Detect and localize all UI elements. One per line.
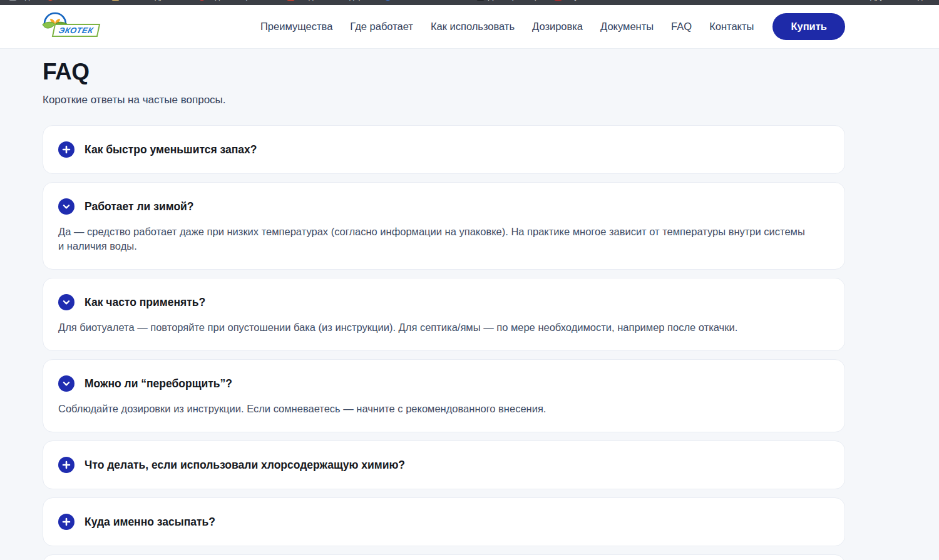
site-header: ЭКОТЕК Преимущества Где работает Как исп… bbox=[0, 5, 939, 49]
chevron-down-icon[interactable] bbox=[58, 294, 74, 310]
page-subtitle: Короткие ответы на частые вопросы. bbox=[43, 94, 845, 106]
faq-section: FAQ Короткие ответы на частые вопросы. К… bbox=[43, 49, 845, 560]
faq-card: Точно ли “безопасно” для людей и животны… bbox=[43, 554, 845, 560]
yandex-calendar-icon bbox=[287, 0, 295, 1]
faq-question-row[interactable]: Можно ли “переборщить”? bbox=[43, 360, 844, 402]
faq-list: Как быстро уменьшится запах? Работает ли… bbox=[43, 125, 845, 560]
chevron-down-icon[interactable] bbox=[58, 375, 74, 392]
nav-item-documents[interactable]: Документы bbox=[600, 21, 654, 33]
bookmark-item[interactable]: Кампании bbox=[46, 0, 94, 1]
bookmark-label: Хостинг TimeWeb bbox=[396, 0, 459, 1]
faq-card: Можно ли “переборщить”? Соблюдайте дозир… bbox=[43, 359, 845, 432]
faq-answer: Для биотуалета — повторяйте при опустоше… bbox=[43, 320, 823, 350]
faq-question: Куда именно засыпать? bbox=[85, 516, 215, 529]
nav-item-contacts[interactable]: Контакты bbox=[709, 21, 754, 33]
faq-answer: Соблюдайте дозировки из инструкции. Если… bbox=[43, 402, 823, 432]
faq-question-row[interactable]: Как быстро уменьшится запах? bbox=[43, 126, 844, 173]
bookmark-item[interactable]: Toyota RAV4 Пнев… bbox=[554, 0, 639, 1]
page-title: FAQ bbox=[43, 59, 845, 85]
timeweb-favicon bbox=[384, 0, 392, 1]
plus-icon[interactable] bbox=[58, 457, 74, 473]
chevron-down-icon[interactable] bbox=[58, 198, 74, 215]
faq-answer: Да — средство работает даже при низких т… bbox=[43, 225, 823, 269]
faq-card: Куда именно засыпать? bbox=[43, 497, 845, 546]
bookmark-item[interactable]: РФ - Внедрение bbox=[111, 0, 182, 1]
bookmark-label: РФ - Внедрение bbox=[123, 0, 182, 1]
faq-question-row[interactable]: Куда именно засыпать? bbox=[43, 498, 844, 546]
nav-item-how-to-use[interactable]: Как использовать bbox=[431, 21, 515, 33]
toyota-favicon bbox=[554, 0, 562, 1]
nav-item-faq[interactable]: FAQ bbox=[671, 21, 692, 33]
yandex-direct-icon bbox=[46, 0, 54, 1]
bookmark-item[interactable]: ид bbox=[9, 0, 29, 1]
faq-question: Что делать, если использовали хлорсодерж… bbox=[85, 459, 405, 472]
faq-question: Работает ли зимой? bbox=[85, 200, 194, 213]
nav-item-where-works[interactable]: Где работает bbox=[350, 21, 413, 33]
other-bookmarks-label: Другие закладки bbox=[870, 0, 930, 1]
faq-card: Работает ли зимой? Да — средство работае… bbox=[43, 182, 845, 270]
bookmark-item[interactable]: Яндекс Календарь bbox=[287, 0, 367, 1]
bookmark-label: Кампании bbox=[58, 0, 94, 1]
dark-favicon bbox=[476, 0, 485, 1]
header-nav: Преимущества Где работает Как использова… bbox=[260, 13, 845, 40]
page-icon bbox=[9, 0, 17, 1]
faq-question-row[interactable]: Точно ли “безопасно” для людей и животны… bbox=[43, 555, 844, 560]
logo-text: ЭКОТЕК bbox=[58, 26, 94, 35]
admin-favicon bbox=[198, 0, 206, 1]
faq-question: Можно ли “переборщить”? bbox=[85, 377, 232, 390]
nav-item-advantages[interactable]: Преимущества bbox=[260, 21, 332, 33]
bookmark-label: Toyota RAV4 Пнев… bbox=[566, 0, 639, 1]
bookmark-item[interactable]: Хостинг TimeWeb bbox=[384, 0, 459, 1]
bookmarks-row: ид Кампании РФ - Внедрение Администрати…… bbox=[0, 0, 939, 5]
buy-button[interactable]: Купить bbox=[772, 13, 845, 40]
faq-question-row[interactable]: Работает ли зимой? bbox=[43, 183, 844, 225]
faq-question-row[interactable]: Как часто применять? bbox=[43, 278, 844, 320]
faq-card: Как быстро уменьшится запах? bbox=[43, 125, 845, 174]
faq-card: Что делать, если использовали хлорсодерж… bbox=[43, 440, 845, 489]
bookmark-label: Яндекс Календарь bbox=[299, 0, 367, 1]
logo-badge: ЭКОТЕК bbox=[52, 24, 100, 37]
faq-question-row[interactable]: Что делать, если использовали хлорсодерж… bbox=[43, 441, 844, 489]
plus-icon[interactable] bbox=[58, 141, 74, 158]
nav-item-dosage[interactable]: Дозировка bbox=[532, 21, 583, 33]
other-bookmarks-button[interactable]: Другие закладки bbox=[870, 0, 930, 1]
faq-card: Как часто применять? Для биотуалета — по… bbox=[43, 278, 845, 351]
bookmark-label: ДВСТ (Розон) bbox=[488, 0, 537, 1]
plus-icon[interactable] bbox=[58, 514, 74, 530]
bookmark-label: Администрати… bbox=[210, 0, 270, 1]
bookmark-item[interactable]: Администрати… bbox=[198, 0, 270, 1]
bookmark-item[interactable]: ДВСТ (Розон) bbox=[476, 0, 537, 1]
site-logo[interactable]: ЭКОТЕК bbox=[41, 13, 98, 41]
bookmark-label: ид bbox=[21, 0, 29, 1]
faq-question: Как часто применять? bbox=[85, 296, 205, 309]
faq-question: Как быстро уменьшится запах? bbox=[85, 143, 257, 156]
browser-bookmarks-bar: ид Кампании РФ - Внедрение Администрати…… bbox=[0, 0, 939, 5]
folder-icon bbox=[111, 0, 120, 1]
